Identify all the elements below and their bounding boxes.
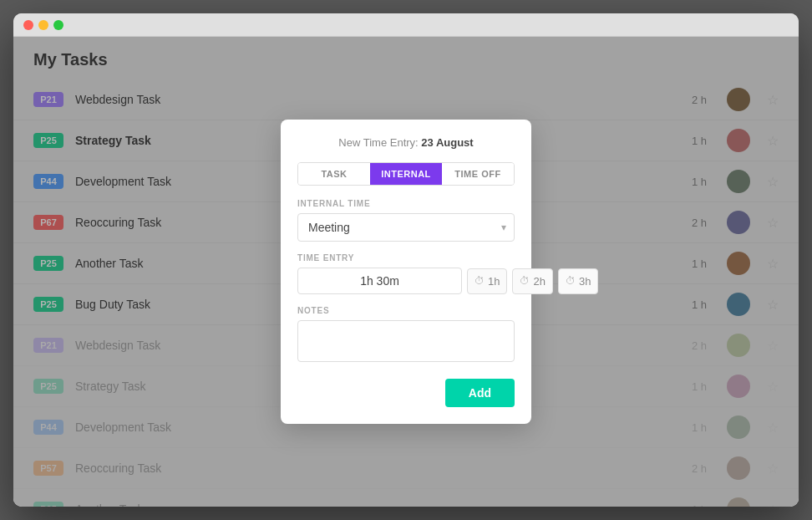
modal-date: 23 August xyxy=(421,136,473,149)
notes-label: NOTES xyxy=(297,306,515,315)
modal: New Time Entry: 23 August TASK INTERNAL … xyxy=(281,120,531,424)
close-dot[interactable] xyxy=(23,20,33,30)
time-entry-label: TIME ENTRY xyxy=(297,253,515,263)
preset-1h-label: 1h xyxy=(488,275,500,288)
preset-2h-label: 2h xyxy=(533,275,545,288)
internal-time-select[interactable]: Meeting Training Admin Other xyxy=(297,213,515,242)
internal-time-label: INTERNAL TIME xyxy=(297,199,515,208)
clock-icon-1h: ⏱ xyxy=(475,275,485,287)
maximize-dot[interactable] xyxy=(53,20,63,30)
tab-internal[interactable]: INTERNAL xyxy=(370,163,442,185)
preset-3h-button[interactable]: ⏱ 3h xyxy=(558,268,598,294)
time-entry-input[interactable] xyxy=(297,268,462,294)
modal-footer: Add xyxy=(297,379,515,407)
modal-title: New Time Entry: 23 August xyxy=(297,136,515,149)
clock-icon-2h: ⏱ xyxy=(520,275,530,287)
modal-overlay[interactable]: New Time Entry: 23 August TASK INTERNAL … xyxy=(13,37,799,507)
tab-task[interactable]: TASK xyxy=(298,163,370,185)
internal-time-select-wrapper: Meeting Training Admin Other ▾ xyxy=(297,213,515,242)
clock-icon-3h: ⏱ xyxy=(566,275,576,287)
page-content: My Tasks P21 Webdesign Task 2 h ☆ P25 St… xyxy=(13,37,799,507)
preset-1h-button[interactable]: ⏱ 1h xyxy=(467,268,507,294)
preset-2h-button[interactable]: ⏱ 2h xyxy=(512,268,552,294)
preset-3h-label: 3h xyxy=(579,275,591,288)
notes-input[interactable] xyxy=(297,320,515,362)
app-window: My Tasks P21 Webdesign Task 2 h ☆ P25 St… xyxy=(13,13,799,507)
time-entry-row: ⏱ 1h ⏱ 2h ⏱ 3h xyxy=(297,268,515,294)
minimize-dot[interactable] xyxy=(38,20,48,30)
tab-timeoff[interactable]: TIME OFF xyxy=(442,163,514,185)
add-button[interactable]: Add xyxy=(445,379,515,407)
tab-group: TASK INTERNAL TIME OFF xyxy=(297,162,515,186)
titlebar xyxy=(13,13,799,37)
